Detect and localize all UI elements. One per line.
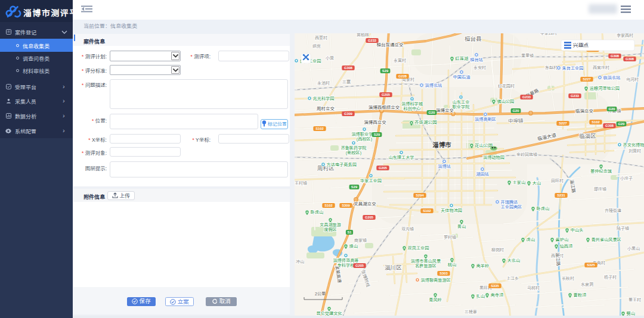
svg-text:佛山公园: 佛山公园 [497,99,515,104]
svg-text:G233: G233 [571,94,580,98]
svg-text:淄博市: 淄博市 [432,141,451,148]
svg-text:周村立交: 周村立交 [317,106,335,111]
svg-text:朱台工业园: 朱台工业园 [562,66,584,71]
svg-text:湖田站: 湖田站 [476,172,489,177]
svg-text:齐文化博物院: 齐文化博物院 [623,142,644,148]
svg-text:曹粉顶: 曹粉顶 [574,292,587,298]
svg-text:方达电子商务园: 方达电子商务园 [327,162,357,167]
svg-text:G228: G228 [398,74,407,78]
svg-text:东赵村: 东赵村 [545,66,558,70]
svg-text:青风岭: 青风岭 [429,297,442,303]
svg-text:李家西村: 李家西村 [617,33,633,38]
svg-text:青州雀山风景区: 青州雀山风景区 [592,237,621,242]
svg-text:G205: G205 [379,166,388,170]
svg-text:双沟镇: 双沟镇 [401,227,414,232]
svg-text:临淄北站: 临淄北站 [603,75,621,80]
svg-text:罗村镇: 罗村镇 [444,235,456,240]
svg-text:商家镇: 商家镇 [354,238,367,243]
svg-text:S29: S29 [351,185,358,189]
svg-text:三赢: 三赢 [342,79,351,85]
svg-text:黄山: 黄山 [457,224,466,229]
svg-text:西亚村: 西亚村 [315,36,327,40]
svg-text:临淄立交: 临淄立交 [575,108,593,114]
svg-text:S325: S325 [587,263,595,267]
svg-text:齐陵街道: 齐陵街道 [605,208,621,213]
svg-text:淄博动物园: 淄博动物园 [483,155,504,160]
svg-text:桓台县: 桓台县 [465,36,482,42]
svg-text:S303: S303 [439,272,448,275]
svg-text:山东理工大学: 山东理工大学 [388,155,414,160]
svg-text:大山: 大山 [532,180,541,186]
svg-text:桃山: 桃山 [448,262,456,267]
svg-text:晏仲纪念馆: 晏仲纪念馆 [590,169,612,174]
svg-text:马树村: 马树村 [527,285,540,291]
svg-text:G308: G308 [344,66,353,70]
svg-text:淄博立交: 淄博立交 [436,108,454,113]
svg-text:淄川区: 淄川区 [385,264,402,271]
svg-text:淄博西立交: 淄博西立交 [364,120,386,125]
svg-text:田旺村: 田旺村 [551,179,564,183]
svg-text:水泉洞: 水泉洞 [581,282,593,287]
svg-text:G308: G308 [626,57,634,61]
svg-text:红莲湖: 红莲湖 [456,56,469,61]
svg-text:淄博高新区: 淄博高新区 [475,117,496,122]
svg-text:文昌湖立交: 文昌湖立交 [354,201,376,207]
svg-text:上江乡: 上江乡 [506,276,519,280]
svg-text:组房: 组房 [312,43,321,49]
svg-text:扎山: 扎山 [476,294,485,299]
svg-text:S227: S227 [559,121,567,125]
svg-text:小营: 小营 [326,56,334,61]
svg-text:中埠镇: 中埠镇 [508,118,524,124]
svg-text:2公里: 2公里 [315,292,326,296]
svg-text:G205: G205 [382,93,391,96]
svg-text:董王村: 董王村 [628,298,641,303]
svg-text:兴趣点: 兴趣点 [573,42,589,48]
svg-text:乌河村: 乌河村 [626,77,639,82]
svg-text:S335: S335 [491,284,499,288]
svg-text:运粮河湿地公园: 运粮河湿地公园 [590,86,620,91]
svg-text:南羊岭: 南羊岭 [476,263,490,269]
svg-text:中山头: 中山头 [571,227,584,233]
svg-text:小黑山: 小黑山 [627,247,640,251]
svg-text:G233: G233 [522,95,531,99]
svg-text:专科学校: 专科学校 [338,263,355,268]
svg-text:G309: G309 [344,112,353,116]
svg-text:永富村: 永富村 [394,58,406,63]
svg-text:红花园村: 红花园村 [498,84,515,89]
svg-text:酱炉山: 酱炉山 [556,237,569,242]
svg-text:仙西顶: 仙西顶 [560,244,573,249]
svg-text:大北山: 大北山 [507,258,521,263]
svg-text:G233: G233 [368,39,377,42]
svg-text:果里镇: 果里镇 [521,54,534,58]
svg-text:天佳物流园: 天佳物流园 [441,208,462,213]
svg-text:S231: S231 [557,194,565,197]
svg-text:陆子镇: 陆子镇 [617,226,629,231]
svg-text:G20: G20 [609,107,615,111]
svg-text:虎山: 虎山 [527,237,535,242]
svg-text:S29: S29 [374,133,380,136]
svg-text:柳岗村: 柳岗村 [491,248,504,252]
svg-text:王村镇: 王村镇 [295,181,307,186]
svg-text:双凤工业园: 双凤工业园 [408,245,429,251]
svg-text:南寺顶: 南寺顶 [491,292,504,298]
svg-text:G205: G205 [365,216,374,219]
svg-text:(新校区): (新校区) [346,150,361,155]
svg-text:名胜旅游区: 名胜旅游区 [415,263,436,269]
svg-text:淄博西枢纽立交: 淄博西枢纽立交 [369,105,400,110]
svg-text:桓台站: 桓台站 [470,57,483,63]
svg-text:S309: S309 [342,204,350,207]
svg-text:G308: G308 [611,54,620,58]
svg-text:淄博北站: 淄博北站 [425,83,442,88]
svg-text:临淄区: 临淄区 [579,133,596,139]
svg-text:邵庄镇: 邵庄镇 [594,186,606,192]
svg-text:永池村: 永池村 [317,81,330,86]
svg-text:G20: G20 [513,109,519,113]
svg-text:花山公园: 花山公园 [475,143,493,148]
svg-text:卧虎山: 卧虎山 [311,210,324,215]
svg-text:S102: S102 [592,120,600,124]
svg-text:G20: G20 [618,122,625,126]
svg-text:金岭回族镇: 金岭回族镇 [516,152,537,157]
svg-text:兆光科学园: 兆光科学园 [313,96,335,101]
svg-text:(西校区): (西校区) [357,136,372,142]
svg-text:冲山: 冲山 [296,260,304,264]
